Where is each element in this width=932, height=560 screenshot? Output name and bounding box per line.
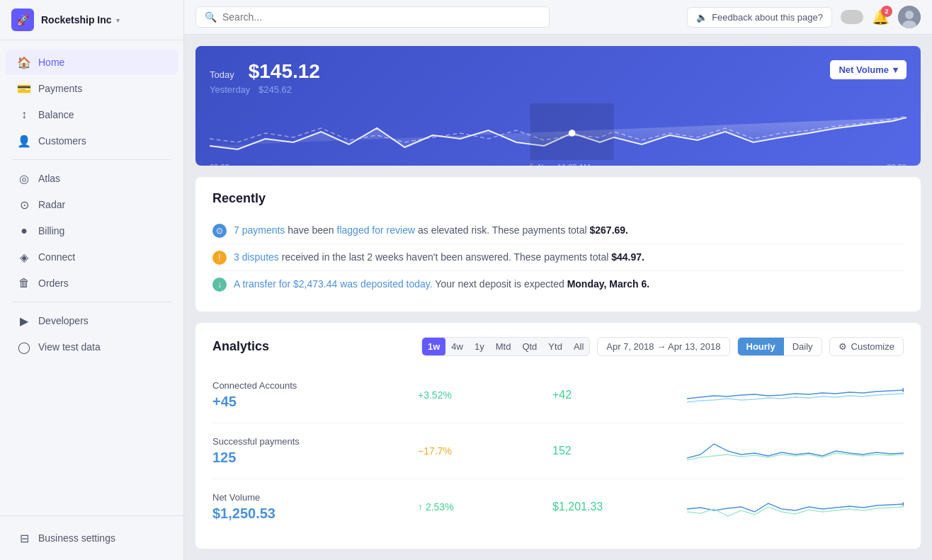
- notifications-badge: 2: [881, 6, 892, 17]
- period-selector: 1w 4w 1y Mtd Qtd Ytd All: [421, 337, 590, 356]
- analytics-controls: 1w 4w 1y Mtd Qtd Ytd All Apr 7, 2018 → A…: [421, 337, 904, 356]
- disputes-link[interactable]: 3 disputes: [234, 251, 279, 263]
- sidebar-item-payments[interactable]: 💳 Payments: [6, 76, 178, 101]
- transfer-link[interactable]: A transfer for $2,473.44 was deposited t…: [234, 278, 433, 290]
- disputes-icon: !: [212, 251, 227, 265]
- connect-icon: ◈: [17, 250, 31, 264]
- chart-header: Today $145.12 Yesterday $245.62 Net Volu…: [210, 60, 907, 95]
- sidebar-nav: 🏠 Home 💳 Payments ↕ Balance 👤 Customers …: [0, 40, 183, 515]
- chart-yesterday-amount: $245.62: [258, 84, 292, 95]
- connected-chart-svg: [687, 377, 904, 413]
- metric-info: Net Volume $1,250.53: [212, 492, 411, 522]
- revenue-chart-card: Today $145.12 Yesterday $245.62 Net Volu…: [195, 46, 921, 166]
- sidebar-item-label: Business settings: [38, 532, 115, 544]
- daily-button[interactable]: Daily: [784, 338, 822, 355]
- metric-chart-payments: [687, 433, 904, 469]
- metric-chart-netvolume: [687, 489, 904, 525]
- metric-change: ↑ 2.53%: [418, 501, 545, 513]
- sidebar-item-label: Balance: [38, 109, 74, 120]
- notifications-button[interactable]: 🔔 2: [872, 8, 890, 25]
- hourly-daily-toggle: Hourly Daily: [737, 337, 822, 356]
- period-ytd-button[interactable]: Ytd: [542, 338, 568, 355]
- sidebar-item-label: Developers: [38, 315, 89, 326]
- business-icon: ⊟: [17, 531, 31, 545]
- chart-time-end: 23:59: [887, 163, 907, 166]
- period-1y-button[interactable]: 1y: [469, 338, 490, 355]
- period-4w-button[interactable]: 4w: [445, 338, 469, 355]
- sidebar-item-connect[interactable]: ◈ Connect: [6, 244, 178, 270]
- customize-button[interactable]: ⚙ Customize: [829, 337, 904, 356]
- sidebar-item-label: View test data: [38, 341, 101, 353]
- feedback-button[interactable]: 🔈 Feedback about this page?: [687, 7, 832, 28]
- flagged-review-link[interactable]: flagged for review: [337, 224, 416, 236]
- chart-yesterday-label: Yesterday: [210, 84, 250, 95]
- chart-title-area: Today $145.12 Yesterday $245.62: [210, 60, 320, 95]
- sidebar-item-orders[interactable]: 🗑 Orders: [6, 270, 178, 296]
- svg-point-1: [905, 11, 914, 19]
- search-input[interactable]: [222, 11, 540, 23]
- sidebar-item-billing[interactable]: ● Billing: [6, 218, 178, 244]
- sidebar-item-view-test[interactable]: ◯ View test data: [6, 334, 178, 360]
- sidebar-item-label: Atlas: [38, 173, 60, 184]
- metric-value: $1,250.53: [212, 505, 411, 522]
- feedback-label: Feedback about this page?: [712, 12, 823, 23]
- period-1w-button[interactable]: 1w: [422, 338, 445, 355]
- sidebar-item-radar[interactable]: ⊙ Radar: [6, 192, 178, 217]
- sidebar-item-label: Billing: [38, 225, 64, 236]
- sidebar-item-customers[interactable]: 👤 Customers: [6, 128, 178, 154]
- metric-label: Connected Accounts: [212, 380, 411, 391]
- hourly-button[interactable]: Hourly: [738, 338, 784, 355]
- chart-time-now: ⚡ Now, 11:35 AM: [525, 163, 590, 166]
- sidebar-item-label: Radar: [38, 199, 65, 210]
- sidebar-header: 🚀 Rocketship Inc ▾: [0, 0, 183, 40]
- period-all-button[interactable]: All: [568, 338, 589, 355]
- payments-chart-svg: [687, 433, 904, 469]
- revenue-chart-svg: [210, 103, 907, 160]
- chart-today-label: Today: [210, 69, 234, 80]
- avatar[interactable]: [898, 6, 921, 28]
- transfer-icon: ↓: [212, 278, 227, 292]
- metric-row-connected: Connected Accounts +45 +3.52% +42: [212, 367, 904, 423]
- sidebar-item-label: Payments: [38, 83, 82, 94]
- recently-title: Recently: [212, 191, 904, 206]
- topbar: 🔍 🔈 Feedback about this page? 🔔 2: [184, 0, 932, 35]
- sidebar-item-business[interactable]: ⊟ Business settings: [6, 525, 178, 551]
- gear-icon: ⚙: [839, 341, 847, 352]
- atlas-icon: ◎: [17, 171, 31, 185]
- sidebar: 🚀 Rocketship Inc ▾ 🏠 Home 💳 Payments ↕ B…: [0, 0, 184, 560]
- net-volume-label: Net Volume: [839, 64, 889, 75]
- sidebar-item-balance[interactable]: ↕ Balance: [6, 102, 178, 127]
- recently-item-transfer: ↓ A transfer for $2,473.44 was deposited…: [212, 270, 904, 297]
- date-range-selector[interactable]: Apr 7, 2018 → Apr 13, 2018: [597, 337, 729, 356]
- sidebar-item-label: Home: [38, 57, 64, 68]
- payments-link[interactable]: 7 payments: [234, 224, 285, 236]
- sidebar-item-atlas[interactable]: ◎ Atlas: [6, 166, 178, 191]
- metric-label: Successful payments: [212, 436, 411, 447]
- sidebar-item-developers[interactable]: ▶ Developers: [6, 308, 178, 333]
- company-logo: 🚀: [11, 8, 34, 31]
- search-box[interactable]: 🔍: [195, 6, 550, 28]
- svg-point-6: [902, 502, 904, 506]
- revenue-chart-area: [210, 103, 907, 160]
- theme-toggle[interactable]: [841, 10, 863, 24]
- sidebar-item-home[interactable]: 🏠 Home: [6, 50, 178, 75]
- search-icon: 🔍: [205, 11, 217, 23]
- period-qtd-button[interactable]: Qtd: [516, 338, 542, 355]
- period-mtd-button[interactable]: Mtd: [490, 338, 517, 355]
- metric-value: +45: [212, 394, 411, 410]
- sidebar-bottom: ⊟ Business settings: [0, 515, 183, 560]
- chart-time-start: 00:00: [210, 163, 229, 166]
- metric-chart-connected: [687, 377, 904, 413]
- recently-item-text: 3 disputes received in the last 2 weeks …: [234, 250, 644, 265]
- metric-prev: 152: [552, 445, 680, 457]
- balance-icon: ↕: [17, 108, 31, 122]
- content-area: Today $145.12 Yesterday $245.62 Net Volu…: [184, 35, 932, 560]
- net-volume-button[interactable]: Net Volume ▾: [830, 60, 907, 79]
- analytics-card: Analytics 1w 4w 1y Mtd Qtd Ytd All Apr 7…: [195, 323, 921, 549]
- recently-item-text: A transfer for $2,473.44 was deposited t…: [234, 277, 649, 292]
- date-range-label: Apr 7, 2018 → Apr 13, 2018: [606, 341, 720, 352]
- recently-card: Recently ⊙ 7 payments have been flagged …: [195, 177, 921, 312]
- analytics-title: Analytics: [212, 339, 269, 354]
- sidebar-item-label: Customers: [38, 135, 86, 147]
- sidebar-item-label: Connect: [38, 251, 75, 263]
